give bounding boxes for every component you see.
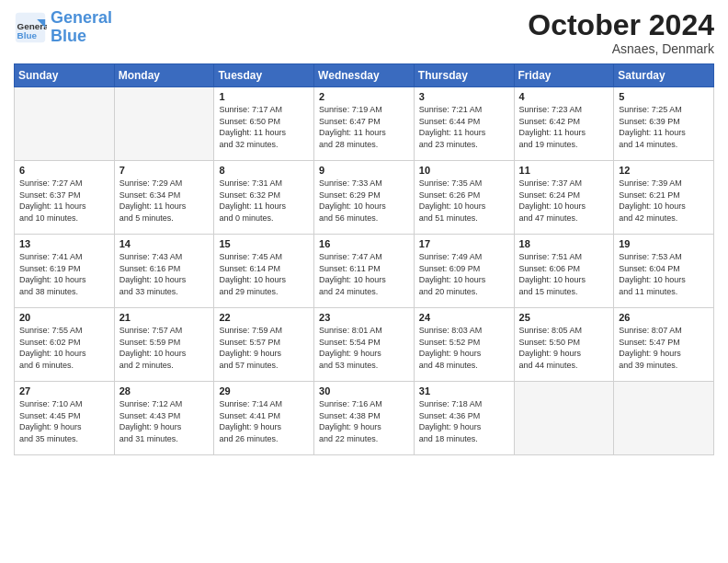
day-number: 3 <box>419 91 509 102</box>
logo: General Blue General Blue <box>14 9 112 46</box>
day-number: 18 <box>519 238 609 249</box>
day-cell: 2Sunrise: 7:19 AM Sunset: 6:47 PM Daylig… <box>314 87 415 161</box>
day-cell: 5Sunrise: 7:25 AM Sunset: 6:39 PM Daylig… <box>614 87 714 161</box>
week-row-1: 1Sunrise: 7:17 AM Sunset: 6:50 PM Daylig… <box>15 87 714 161</box>
day-cell: 30Sunrise: 7:16 AM Sunset: 4:38 PM Dayli… <box>314 382 415 455</box>
day-info: Sunrise: 7:18 AM Sunset: 4:36 PM Dayligh… <box>419 398 509 444</box>
day-cell: 12Sunrise: 7:39 AM Sunset: 6:21 PM Dayli… <box>614 161 714 235</box>
day-cell: 6Sunrise: 7:27 AM Sunset: 6:37 PM Daylig… <box>15 161 115 235</box>
header-cell-wednesday: Wednesday <box>314 64 415 87</box>
day-number: 4 <box>519 91 609 102</box>
day-cell <box>15 87 115 161</box>
day-cell: 14Sunrise: 7:43 AM Sunset: 6:16 PM Dayli… <box>114 235 214 308</box>
day-info: Sunrise: 7:47 AM Sunset: 6:11 PM Dayligh… <box>319 251 409 297</box>
day-cell: 18Sunrise: 7:51 AM Sunset: 6:06 PM Dayli… <box>514 235 614 308</box>
title-month: October 2024 <box>528 9 714 41</box>
day-info: Sunrise: 7:29 AM Sunset: 6:34 PM Dayligh… <box>119 178 210 224</box>
day-number: 17 <box>419 238 509 249</box>
day-info: Sunrise: 7:59 AM Sunset: 5:57 PM Dayligh… <box>219 325 309 371</box>
day-number: 1 <box>219 91 309 102</box>
day-cell: 1Sunrise: 7:17 AM Sunset: 6:50 PM Daylig… <box>214 87 314 161</box>
header-cell-thursday: Thursday <box>414 64 514 87</box>
day-info: Sunrise: 7:37 AM Sunset: 6:24 PM Dayligh… <box>519 178 609 224</box>
day-number: 29 <box>219 385 309 396</box>
day-number: 21 <box>119 312 210 323</box>
svg-text:Blue: Blue <box>17 29 38 40</box>
header-row: SundayMondayTuesdayWednesdayThursdayFrid… <box>15 64 714 87</box>
day-info: Sunrise: 8:01 AM Sunset: 5:54 PM Dayligh… <box>319 325 409 371</box>
day-info: Sunrise: 7:57 AM Sunset: 5:59 PM Dayligh… <box>119 325 210 371</box>
day-number: 30 <box>319 385 409 396</box>
day-cell: 4Sunrise: 7:23 AM Sunset: 6:42 PM Daylig… <box>514 87 614 161</box>
day-cell: 29Sunrise: 7:14 AM Sunset: 4:41 PM Dayli… <box>214 382 314 455</box>
day-number: 5 <box>619 91 709 102</box>
day-cell: 24Sunrise: 8:03 AM Sunset: 5:52 PM Dayli… <box>414 308 514 382</box>
day-number: 12 <box>619 165 709 176</box>
day-number: 9 <box>319 165 409 176</box>
day-cell: 11Sunrise: 7:37 AM Sunset: 6:24 PM Dayli… <box>514 161 614 235</box>
day-number: 14 <box>119 238 210 249</box>
day-number: 31 <box>419 385 509 396</box>
day-info: Sunrise: 8:07 AM Sunset: 5:47 PM Dayligh… <box>619 325 709 371</box>
week-row-4: 20Sunrise: 7:55 AM Sunset: 6:02 PM Dayli… <box>15 308 714 382</box>
calendar-table: SundayMondayTuesdayWednesdayThursdayFrid… <box>14 63 714 455</box>
day-number: 13 <box>19 238 109 249</box>
day-info: Sunrise: 7:17 AM Sunset: 6:50 PM Dayligh… <box>219 104 309 150</box>
day-info: Sunrise: 8:05 AM Sunset: 5:50 PM Dayligh… <box>519 325 609 371</box>
header-cell-tuesday: Tuesday <box>214 64 314 87</box>
day-cell: 17Sunrise: 7:49 AM Sunset: 6:09 PM Dayli… <box>414 235 514 308</box>
week-row-2: 6Sunrise: 7:27 AM Sunset: 6:37 PM Daylig… <box>15 161 714 235</box>
day-cell <box>514 382 614 455</box>
day-info: Sunrise: 7:33 AM Sunset: 6:29 PM Dayligh… <box>319 178 409 224</box>
day-info: Sunrise: 7:49 AM Sunset: 6:09 PM Dayligh… <box>419 251 509 297</box>
page: General Blue General Blue October 2024 A… <box>0 0 728 563</box>
day-cell: 8Sunrise: 7:31 AM Sunset: 6:32 PM Daylig… <box>214 161 314 235</box>
header-cell-saturday: Saturday <box>614 64 714 87</box>
day-number: 25 <box>519 312 609 323</box>
day-info: Sunrise: 7:27 AM Sunset: 6:37 PM Dayligh… <box>19 178 109 224</box>
week-row-5: 27Sunrise: 7:10 AM Sunset: 4:45 PM Dayli… <box>15 382 714 455</box>
day-cell <box>614 382 714 455</box>
day-cell: 20Sunrise: 7:55 AM Sunset: 6:02 PM Dayli… <box>15 308 115 382</box>
day-number: 23 <box>319 312 409 323</box>
logo-line2: Blue <box>51 27 86 45</box>
day-number: 15 <box>219 238 309 249</box>
day-cell: 27Sunrise: 7:10 AM Sunset: 4:45 PM Dayli… <box>15 382 115 455</box>
day-number: 26 <box>619 312 709 323</box>
day-info: Sunrise: 7:53 AM Sunset: 6:04 PM Dayligh… <box>619 251 709 297</box>
header-cell-friday: Friday <box>514 64 614 87</box>
header-cell-sunday: Sunday <box>15 64 115 87</box>
day-info: Sunrise: 8:03 AM Sunset: 5:52 PM Dayligh… <box>419 325 509 371</box>
day-number: 22 <box>219 312 309 323</box>
day-cell: 10Sunrise: 7:35 AM Sunset: 6:26 PM Dayli… <box>414 161 514 235</box>
day-number: 16 <box>319 238 409 249</box>
header: General Blue General Blue October 2024 A… <box>14 9 714 56</box>
logo-icon: General Blue <box>14 11 47 44</box>
day-number: 20 <box>19 312 109 323</box>
day-info: Sunrise: 7:23 AM Sunset: 6:42 PM Dayligh… <box>519 104 609 150</box>
day-cell: 31Sunrise: 7:18 AM Sunset: 4:36 PM Dayli… <box>414 382 514 455</box>
day-cell: 7Sunrise: 7:29 AM Sunset: 6:34 PM Daylig… <box>114 161 214 235</box>
day-cell: 9Sunrise: 7:33 AM Sunset: 6:29 PM Daylig… <box>314 161 415 235</box>
day-number: 2 <box>319 91 409 102</box>
day-cell: 13Sunrise: 7:41 AM Sunset: 6:19 PM Dayli… <box>15 235 115 308</box>
day-info: Sunrise: 7:12 AM Sunset: 4:43 PM Dayligh… <box>119 398 210 444</box>
day-cell: 19Sunrise: 7:53 AM Sunset: 6:04 PM Dayli… <box>614 235 714 308</box>
day-cell: 23Sunrise: 8:01 AM Sunset: 5:54 PM Dayli… <box>314 308 415 382</box>
title-block: October 2024 Asnaes, Denmark <box>528 9 714 56</box>
day-info: Sunrise: 7:55 AM Sunset: 6:02 PM Dayligh… <box>19 325 109 371</box>
day-cell: 25Sunrise: 8:05 AM Sunset: 5:50 PM Dayli… <box>514 308 614 382</box>
day-info: Sunrise: 7:41 AM Sunset: 6:19 PM Dayligh… <box>19 251 109 297</box>
day-number: 10 <box>419 165 509 176</box>
day-number: 11 <box>519 165 609 176</box>
day-number: 28 <box>119 385 210 396</box>
day-cell: 16Sunrise: 7:47 AM Sunset: 6:11 PM Dayli… <box>314 235 415 308</box>
day-info: Sunrise: 7:43 AM Sunset: 6:16 PM Dayligh… <box>119 251 210 297</box>
day-info: Sunrise: 7:16 AM Sunset: 4:38 PM Dayligh… <box>319 398 409 444</box>
day-number: 27 <box>19 385 109 396</box>
logo-line1: General <box>51 8 112 27</box>
day-info: Sunrise: 7:21 AM Sunset: 6:44 PM Dayligh… <box>419 104 509 150</box>
day-number: 24 <box>419 312 509 323</box>
day-info: Sunrise: 7:19 AM Sunset: 6:47 PM Dayligh… <box>319 104 409 150</box>
day-info: Sunrise: 7:35 AM Sunset: 6:26 PM Dayligh… <box>419 178 509 224</box>
